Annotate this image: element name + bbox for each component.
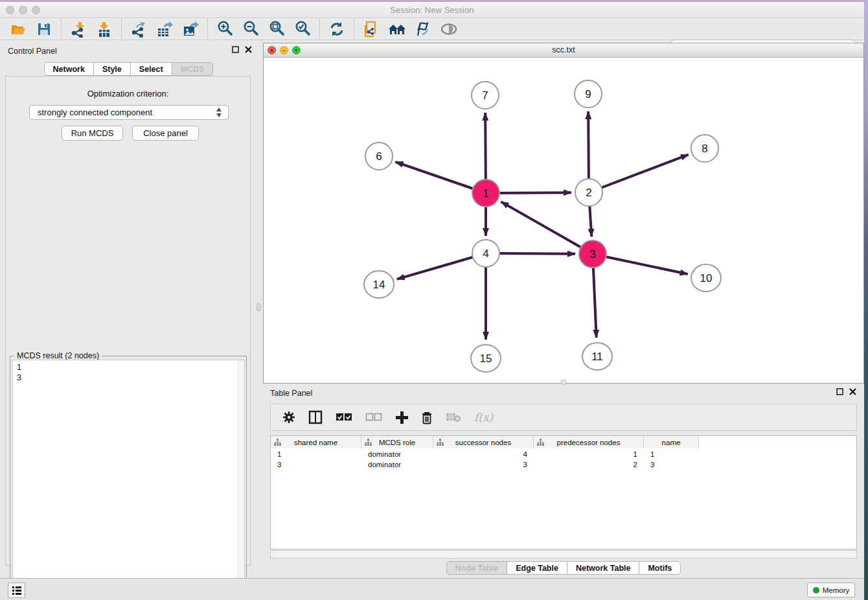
close-panel-icon[interactable] (245, 46, 252, 53)
memory-button[interactable]: Memory (807, 583, 855, 597)
zoom-fit-button[interactable] (264, 19, 290, 39)
table-row[interactable]: 3dominator323 (271, 459, 856, 470)
close-panel-button[interactable]: Close panel (132, 126, 199, 141)
select-all-icon (336, 413, 352, 422)
cell-successor-nodes: 4 (433, 449, 534, 459)
attribute-type-icon (537, 439, 544, 446)
task-history-button[interactable] (8, 583, 25, 598)
graph-node-9[interactable]: 9 (575, 80, 602, 108)
float-panel-icon[interactable] (232, 46, 239, 53)
toolbar-separator (354, 19, 354, 39)
export-table-icon (156, 21, 173, 38)
graph-node-11[interactable]: 11 (582, 343, 612, 370)
result-scrollbar[interactable] (238, 360, 244, 595)
run-mcds-button[interactable]: Run MCDS (62, 126, 123, 141)
memory-label: Memory (823, 586, 850, 594)
node-label: 10 (700, 272, 713, 284)
edge-2-8[interactable] (589, 155, 689, 192)
window-resize-handle[interactable] (561, 380, 566, 384)
tab-style[interactable]: Style (93, 62, 131, 76)
close-panel-icon[interactable] (849, 388, 856, 395)
graph-node-15[interactable]: 15 (471, 345, 501, 372)
column-header-MCDS-role[interactable]: MCDS role (361, 436, 433, 448)
graph-node-14[interactable]: 14 (364, 271, 394, 298)
home-icon (387, 21, 407, 38)
table-settings-button[interactable] (282, 409, 295, 426)
mcds-result-title: MCDS result (2 nodes) (14, 351, 102, 360)
clone-network-button[interactable] (358, 19, 384, 39)
delete-column-button[interactable] (421, 409, 433, 426)
column-label: name (662, 439, 681, 446)
add-column-button[interactable] (395, 409, 408, 426)
export-image-button[interactable] (177, 19, 203, 39)
tab-network-table[interactable]: Network Table (567, 561, 640, 575)
trash-icon (421, 411, 433, 424)
table-panel-tabs: Node TableEdge TableNetwork TableMotifs (263, 561, 864, 575)
network-view-title: scc.txt (264, 45, 863, 54)
node-table[interactable]: shared nameMCDS rolesuccessor nodesprede… (270, 435, 857, 549)
node-label: 3 (589, 248, 595, 260)
edge-3-1[interactable] (501, 202, 593, 254)
zoom-out-button[interactable] (238, 19, 264, 39)
import-network-button[interactable] (65, 19, 91, 39)
edge-3-10[interactable] (593, 254, 688, 274)
column-header-name[interactable]: name (644, 436, 699, 448)
node-label: 14 (373, 279, 385, 291)
column-label: predecessor nodes (557, 439, 621, 446)
delete-table-button[interactable] (446, 409, 461, 426)
graph-node-8[interactable]: 8 (691, 135, 718, 162)
mcds-panel: Optimization criterion: strongly connect… (5, 76, 251, 566)
mcds-result-text[interactable]: 13 (12, 360, 245, 596)
select-all-button[interactable] (336, 409, 352, 426)
zoom-selected-button[interactable] (290, 19, 315, 39)
graph-node-1[interactable]: 1 (472, 179, 499, 207)
graph-node-4[interactable]: 4 (472, 240, 499, 267)
table-row[interactable]: 1dominator411 (271, 449, 856, 459)
network-canvas[interactable]: 1234678910111415 (264, 58, 863, 384)
float-panel-icon[interactable] (836, 388, 843, 395)
column-header-successor-nodes[interactable]: successor nodes (433, 436, 534, 448)
zoom-in-button[interactable] (212, 19, 238, 39)
home-view-button[interactable] (384, 19, 410, 39)
open-session-button[interactable] (5, 19, 31, 39)
save-session-button[interactable] (31, 19, 57, 39)
zoom-out-icon (242, 20, 260, 38)
visual-styles-button[interactable] (410, 19, 436, 39)
export-table-button[interactable] (152, 19, 177, 39)
cell-successor-nodes: 3 (433, 459, 534, 470)
graph-node-2[interactable]: 2 (575, 179, 602, 206)
zoom-selected-icon (294, 20, 312, 38)
selected-option: strongly connected component (38, 108, 152, 117)
optimization-criterion-select[interactable]: strongly connected component (29, 105, 229, 120)
select-stepper-icon (216, 108, 223, 118)
network-window-titlebar[interactable]: ✕ − + scc.txt (264, 43, 863, 58)
tab-node-table[interactable]: Node Table (446, 561, 507, 575)
edge-1-6[interactable] (396, 162, 486, 193)
graph-node-3[interactable]: 3 (579, 240, 606, 268)
splitter-handle[interactable] (257, 303, 261, 311)
task-list-icon (12, 586, 22, 595)
graph-node-7[interactable]: 7 (472, 82, 499, 109)
show-hide-button[interactable] (436, 19, 462, 39)
column-header-predecessor-nodes[interactable]: predecessor nodes (534, 436, 644, 448)
export-network-button[interactable] (126, 19, 152, 39)
tab-edge-table[interactable]: Edge Table (507, 561, 567, 575)
tab-select[interactable]: Select (130, 62, 172, 76)
table-panel-title: Table Panel (270, 389, 312, 398)
node-label: 4 (483, 248, 488, 260)
import-table-button[interactable] (91, 19, 117, 39)
tab-mcds[interactable]: MCDS (172, 62, 214, 76)
deselect-all-icon (365, 413, 382, 422)
table-horizontal-scrollbar[interactable] (270, 550, 857, 559)
deselect-all-button[interactable] (365, 409, 382, 426)
network-view-window: ✕ − + scc.txt 1234678910111415 (263, 43, 864, 384)
column-header-shared-name[interactable]: shared name (271, 436, 361, 448)
tab-network[interactable]: Network (44, 62, 94, 76)
function-builder-button[interactable]: f(x) (474, 409, 493, 426)
tab-motifs[interactable]: Motifs (639, 561, 681, 575)
attribute-type-icon (437, 439, 444, 446)
refresh-button[interactable] (324, 19, 350, 39)
graph-node-6[interactable]: 6 (365, 143, 393, 170)
graph-node-10[interactable]: 10 (691, 264, 721, 292)
show-columns-button[interactable] (308, 409, 323, 426)
